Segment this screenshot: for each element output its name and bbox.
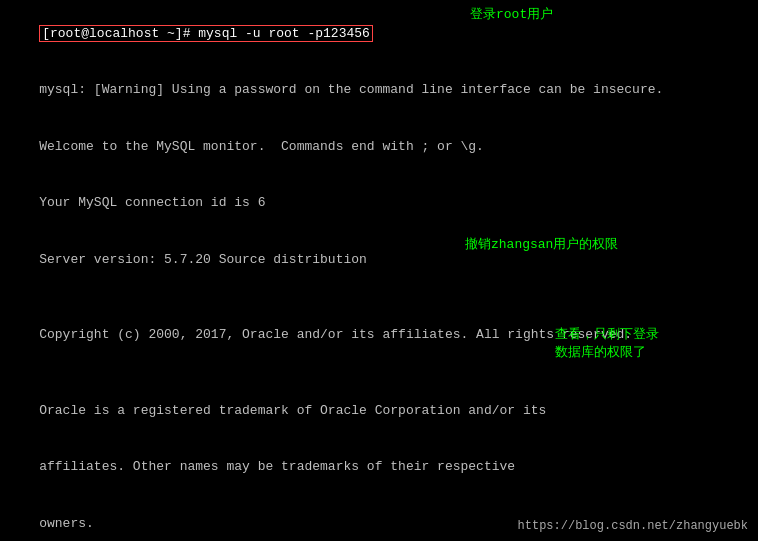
- line-oracle-2: affiliates. Other names may be trademark…: [8, 439, 750, 496]
- line-server-version: Server version: 5.7.20 Source distributi…: [8, 232, 750, 289]
- line-warning: mysql: [Warning] Using a password on the…: [8, 63, 750, 120]
- line-welcome: Welcome to the MySQL monitor. Commands e…: [8, 119, 750, 176]
- line-oracle-1: Oracle is a registered trademark of Orac…: [8, 383, 750, 440]
- annotation-login: 登录root用户: [470, 5, 553, 23]
- line-root-prompt: [root@localhost ~]# mysql -u root -p1234…: [8, 6, 750, 63]
- root-prompt-text: [root@localhost ~]# mysql -u root -p1234…: [39, 25, 373, 42]
- url-label: https://blog.csdn.net/zhangyuebk: [518, 519, 748, 533]
- annotation-revoke: 撤销zhangsan用户的权限: [465, 235, 618, 253]
- blank-line-1: [8, 289, 750, 308]
- terminal-window: [root@localhost ~]# mysql -u root -p1234…: [0, 0, 758, 541]
- line-connection-id: Your MySQL connection id is 6: [8, 176, 750, 233]
- annotation-view-line2: 数据库的权限了: [555, 343, 646, 361]
- annotation-view-line1: 查看，只剩下登录: [555, 325, 659, 343]
- blank-line-2: [8, 364, 750, 383]
